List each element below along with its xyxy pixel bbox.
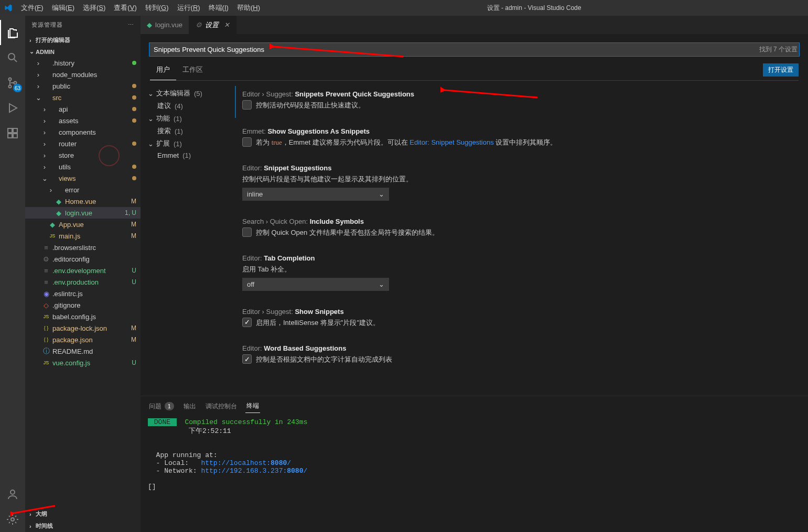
activity-explorer[interactable] [0, 20, 25, 45]
folder-item[interactable]: ›node_modules [25, 69, 141, 80]
folder-item[interactable]: ›components [25, 126, 141, 138]
setting-checkbox[interactable] [242, 354, 252, 364]
folder-item[interactable]: ⌄src [25, 92, 141, 103]
settings-toc-item[interactable]: ⌄文本编辑器(5) [146, 87, 224, 100]
terminal-local-url[interactable]: http://localhost: [201, 459, 271, 467]
editor-tab[interactable]: ⚙设置✕ [189, 16, 236, 34]
open-settings-json-button[interactable]: 打开设置 [763, 63, 799, 77]
file-item[interactable]: ≡.env.developmentU [25, 265, 141, 276]
sidebar-more-icon[interactable]: ⋯ [128, 21, 134, 28]
setting-item: Editor › Suggest: Show Snippets启用后，Intel… [235, 303, 792, 335]
svg-rect-6 [13, 134, 17, 138]
menu-item[interactable]: 运行(R) [173, 1, 204, 15]
outline-section[interactable]: ›大纲 [25, 508, 141, 520]
editor-tabs: ◆login.vue⚙设置✕ [141, 16, 808, 34]
settings-list: Editor › Suggest: Snippets Prevent Quick… [230, 81, 808, 396]
terminal-network-port: 8080 [287, 467, 303, 475]
terminal-output[interactable]: DONE Compiled successfully in 243ms 下午2:… [141, 413, 808, 532]
file-item[interactable]: JSbabel.config.js [25, 311, 141, 322]
menu-item[interactable]: 终端(I) [204, 1, 233, 15]
sidebar-title-label: 资源管理器 [31, 21, 63, 29]
file-item[interactable]: { }package.jsonM [25, 334, 141, 345]
folder-root-section[interactable]: ⌄ADMIN [25, 46, 141, 57]
editor-tab[interactable]: ◆login.vue [141, 16, 189, 34]
file-item[interactable]: ◆Home.vueM [25, 196, 141, 207]
settings-toc-item[interactable]: Emmet(1) [146, 150, 224, 161]
timeline-section[interactable]: ›时间线 [25, 520, 141, 532]
settings-result-count: 找到 7 个设置 [759, 45, 798, 54]
setting-item: Editor: Tab Completion启用 Tab 补全。off⌄ [235, 250, 792, 298]
vue-icon: ◆ [55, 198, 63, 205]
settings-scope-tab[interactable]: 用户 [150, 60, 176, 80]
activity-source-control[interactable]: 63 [0, 70, 25, 95]
settings-search-input[interactable] [149, 42, 800, 57]
folder-item[interactable]: ›error [25, 184, 141, 196]
activity-extensions[interactable] [0, 121, 25, 146]
file-item[interactable]: ◉.eslintrc.js [25, 288, 141, 299]
panel-tab[interactable]: 调试控制台 [204, 399, 238, 413]
folder-item[interactable]: ›store [25, 149, 141, 161]
folder-item[interactable]: ›public [25, 80, 141, 92]
folder-item[interactable]: ⌄views [25, 172, 141, 184]
git-icon: ◇ [42, 301, 50, 309]
menu-item[interactable]: 转到(G) [141, 1, 173, 15]
activity-accounts[interactable] [0, 482, 25, 507]
folder-item[interactable]: ›.history [25, 57, 141, 69]
sidebar-title: 资源管理器 ⋯ [25, 16, 141, 34]
settings-scope-tab[interactable]: 工作区 [176, 60, 209, 80]
setting-checkbox[interactable] [242, 137, 252, 147]
file-item[interactable]: JSmain.jsM [25, 230, 141, 242]
menu-item[interactable]: 选择(S) [79, 1, 110, 15]
settings-toc-item[interactable]: 搜索(1) [146, 125, 224, 137]
folder-item[interactable]: ›assets [25, 115, 141, 126]
file-item[interactable]: ◆login.vue1, U [25, 207, 141, 219]
setting-checkbox[interactable] [242, 318, 252, 327]
menu-item[interactable]: 文件(F) [17, 1, 48, 15]
file-item[interactable]: ≡.env.productionU [25, 276, 141, 288]
editor-area: ◆login.vue⚙设置✕ 找到 7 个设置 用户工作区 打开设置 ⌄文本编辑… [141, 16, 808, 532]
settings-toc-item[interactable]: 建议(4) [146, 100, 224, 112]
terminal-local-port: 8080 [271, 459, 287, 467]
gear-icon: ⚙ [196, 21, 202, 29]
file-item[interactable]: ◇.gitignore [25, 299, 141, 311]
svg-rect-4 [8, 128, 12, 133]
eslint-icon: ◉ [42, 290, 50, 298]
folder-item[interactable]: ›api [25, 103, 141, 115]
settings-toc-item[interactable]: ⌄功能(1) [146, 112, 224, 125]
folder-item[interactable]: ›utils [25, 161, 141, 172]
terminal-cursor: [] [148, 483, 156, 491]
panel-tab[interactable]: 输出 [182, 399, 197, 413]
file-item[interactable]: { }package-lock.jsonM [25, 322, 141, 334]
explorer-sidebar: 资源管理器 ⋯ ›打开的编辑器 ⌄ADMIN ›.history›node_mo… [25, 16, 141, 532]
folder-item[interactable]: ›router [25, 138, 141, 149]
svg-rect-5 [8, 134, 12, 138]
js-icon: JS [48, 233, 57, 238]
close-icon[interactable]: ✕ [224, 21, 230, 29]
activity-search[interactable] [0, 45, 25, 70]
file-item[interactable]: ◆App.vueM [25, 219, 141, 230]
activity-settings-gear[interactable] [0, 507, 25, 532]
setting-item: Search › Quick Open: Include Symbols控制 Q… [235, 213, 792, 245]
setting-select[interactable]: inline⌄ [242, 188, 389, 201]
open-editors-section[interactable]: ›打开的编辑器 [25, 34, 141, 46]
settings-editor: 找到 7 个设置 用户工作区 打开设置 ⌄文本编辑器(5)建议(4)⌄功能(1)… [141, 34, 808, 396]
menu-item[interactable]: 查看(V) [110, 1, 141, 15]
settings-toc-item[interactable]: ⌄扩展(1) [146, 137, 224, 150]
chevron-down-icon: ⌄ [379, 280, 384, 288]
menu-item[interactable]: 编辑(E) [48, 1, 79, 15]
setting-checkbox[interactable] [242, 227, 252, 237]
terminal-network-url[interactable]: http://192.168.3.237: [201, 467, 287, 475]
file-item[interactable]: JSvue.config.jsU [25, 357, 141, 368]
title-bar: 文件(F)编辑(E)选择(S)查看(V)转到(G)运行(R)终端(I)帮助(H)… [0, 0, 808, 16]
menu-bar: 文件(F)编辑(E)选择(S)查看(V)转到(G)运行(R)终端(I)帮助(H) [17, 1, 264, 15]
panel-tab[interactable]: 终端 [245, 399, 260, 413]
setting-checkbox[interactable] [242, 100, 252, 110]
panel-tab[interactable]: 问题1 [148, 399, 175, 413]
setting-select[interactable]: off⌄ [242, 278, 389, 291]
file-item[interactable]: ⓘREADME.md [25, 345, 141, 357]
file-item[interactable]: ≡.browserslistrc [25, 242, 141, 253]
setting-item: Editor › Suggest: Snippets Prevent Quick… [235, 86, 792, 118]
file-item[interactable]: ⚙.editorconfig [25, 253, 141, 265]
menu-item[interactable]: 帮助(H) [233, 1, 264, 15]
activity-run-debug[interactable] [0, 95, 25, 121]
